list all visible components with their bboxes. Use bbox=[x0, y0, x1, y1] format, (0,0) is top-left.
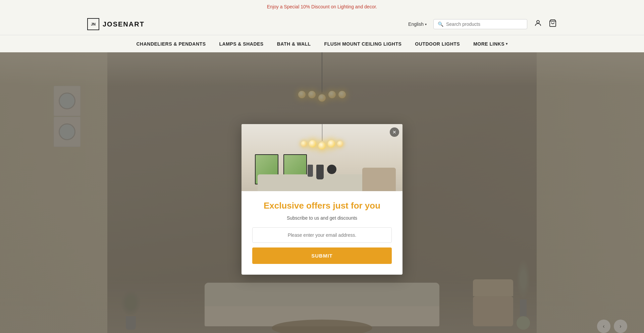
modal-vases bbox=[308, 165, 336, 179]
modal-overlay: ✕ bbox=[0, 52, 644, 333]
brand-name: JOSENART bbox=[103, 20, 145, 28]
modal-chandelier bbox=[301, 124, 343, 150]
modal-chair bbox=[362, 168, 396, 191]
modal-content: Exclusive offers just for you Subscribe … bbox=[241, 191, 402, 274]
search-icon: 🔍 bbox=[438, 21, 443, 27]
nav-item-bath-wall[interactable]: BATH & WALL bbox=[277, 41, 311, 47]
modal-title: Exclusive offers just for you bbox=[252, 201, 392, 211]
chevron-down-icon: ▾ bbox=[425, 22, 427, 26]
svg-point-0 bbox=[537, 20, 539, 23]
search-input[interactable] bbox=[446, 21, 523, 27]
nav-item-flush-mount[interactable]: FLUSH MOUNT CEILING LIGHTS bbox=[324, 41, 402, 47]
modal-image bbox=[241, 124, 402, 191]
chevron-down-icon: ▾ bbox=[506, 42, 508, 46]
promo-banner: Enjoy a Special 10% Discount on Lighting… bbox=[0, 0, 644, 13]
logo-icon: JN bbox=[87, 18, 99, 30]
nav-item-outdoor[interactable]: OUTDOOR LIGHTS bbox=[415, 41, 460, 47]
cart-icon[interactable] bbox=[549, 19, 557, 29]
promo-text: Enjoy a Special 10% Discount on Lighting… bbox=[267, 4, 377, 9]
logo-area[interactable]: JN JOSENART bbox=[87, 18, 145, 30]
nav-more-links[interactable]: More links ▾ bbox=[473, 41, 507, 47]
hero-section: ‹ › ✕ bbox=[0, 52, 644, 333]
nav-item-lamps[interactable]: LAMPS & SHADES bbox=[219, 41, 263, 47]
search-box[interactable]: 🔍 bbox=[433, 19, 527, 29]
site-header: JN JOSENART English ▾ 🔍 bbox=[0, 13, 644, 35]
subscription-modal: ✕ bbox=[241, 124, 402, 274]
main-nav: CHANDELIERS & PENDANTS LAMPS & SHADES BA… bbox=[0, 35, 644, 52]
language-label: English bbox=[408, 21, 424, 27]
nav-item-chandeliers[interactable]: CHANDELIERS & PENDANTS bbox=[136, 41, 206, 47]
submit-button[interactable]: SUBMIT bbox=[252, 247, 392, 264]
account-icon[interactable] bbox=[534, 19, 542, 29]
modal-subtitle: Subscribe to us and get discounts bbox=[252, 215, 392, 221]
header-icons bbox=[534, 19, 557, 29]
language-selector[interactable]: English ▾ bbox=[408, 21, 427, 27]
email-field[interactable] bbox=[252, 227, 392, 243]
